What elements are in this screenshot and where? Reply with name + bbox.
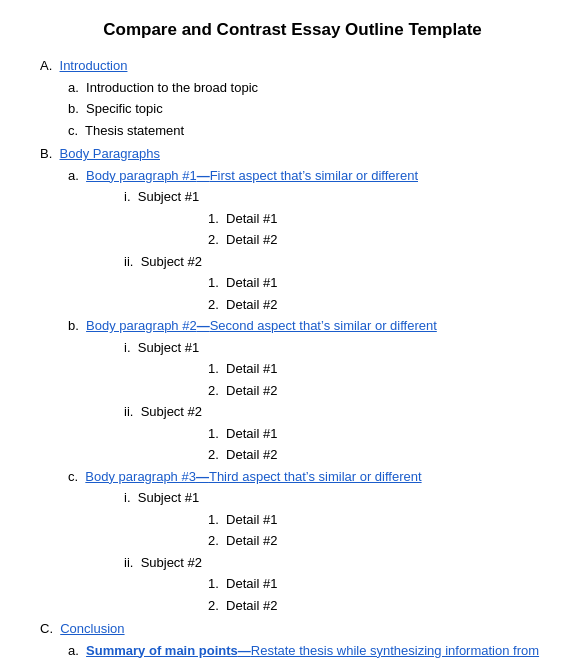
para1-subject-ii: ii. Subject #2	[124, 252, 555, 272]
intro-item-b: b. Specific topic	[68, 99, 555, 119]
body-para-2-subjects: i. Subject #1 1. Detail #1 2. Detail #2 …	[68, 338, 555, 465]
para2-subject-ii: ii. Subject #2	[124, 402, 555, 422]
detail: 1. Detail #1	[208, 574, 555, 594]
detail: 1. Detail #1	[208, 359, 555, 379]
para2-s1-details: 1. Detail #1 2. Detail #2	[124, 359, 555, 400]
para3-subject-i: i. Subject #1	[124, 488, 555, 508]
section-A-label: A. Introduction	[40, 58, 127, 73]
page-title: Compare and Contrast Essay Outline Templ…	[30, 20, 555, 40]
para3-subject-ii: ii. Subject #2	[124, 553, 555, 573]
detail: 2. Detail #2	[208, 230, 555, 250]
body-paragraphs: a. Body paragraph #1—First aspect that’s…	[40, 166, 555, 616]
para2-subject-i: i. Subject #1	[124, 338, 555, 358]
para1-s1-details: 1. Detail #1 2. Detail #2	[124, 209, 555, 250]
para1-s2-details: 1. Detail #1 2. Detail #2	[124, 273, 555, 314]
body-para-3-subjects: i. Subject #1 1. Detail #1 2. Detail #2 …	[68, 488, 555, 615]
section-C-items: a. Summary of main points—Restate thesis…	[40, 641, 555, 661]
intro-item-c: c. Thesis statement	[68, 121, 555, 141]
para2-s2-details: 1. Detail #1 2. Detail #2	[124, 424, 555, 465]
detail: 1. Detail #1	[208, 510, 555, 530]
body-para-1-subjects: i. Subject #1 1. Detail #1 2. Detail #2 …	[68, 187, 555, 314]
detail: 2. Detail #2	[208, 596, 555, 616]
detail: 1. Detail #1	[208, 273, 555, 293]
detail: 2. Detail #2	[208, 531, 555, 551]
para3-s2-details: 1. Detail #1 2. Detail #2	[124, 574, 555, 615]
body-para-2: b. Body paragraph #2—Second aspect that’…	[68, 316, 555, 336]
body-para-1: a. Body paragraph #1—First aspect that’s…	[68, 166, 555, 186]
para1-subject-i: i. Subject #1	[124, 187, 555, 207]
section-B: B. Body Paragraphs	[40, 144, 555, 164]
section-A-items: a. Introduction to the broad topic b. Sp…	[40, 78, 555, 141]
para3-s1-details: 1. Detail #1 2. Detail #2	[124, 510, 555, 551]
detail: 2. Detail #2	[208, 295, 555, 315]
detail: 1. Detail #1	[208, 424, 555, 444]
body-para-3: c. Body paragraph #3—Third aspect that’s…	[68, 467, 555, 487]
detail: 2. Detail #2	[208, 445, 555, 465]
outline: A. Introduction a. Introduction to the b…	[30, 56, 555, 660]
conclusion-item-a: a. Summary of main points—Restate thesis…	[68, 641, 555, 661]
intro-item-a: a. Introduction to the broad topic	[68, 78, 555, 98]
section-A: A. Introduction	[40, 56, 555, 76]
detail: 2. Detail #2	[208, 381, 555, 401]
detail: 1. Detail #1	[208, 209, 555, 229]
section-C: C. Conclusion	[40, 619, 555, 639]
